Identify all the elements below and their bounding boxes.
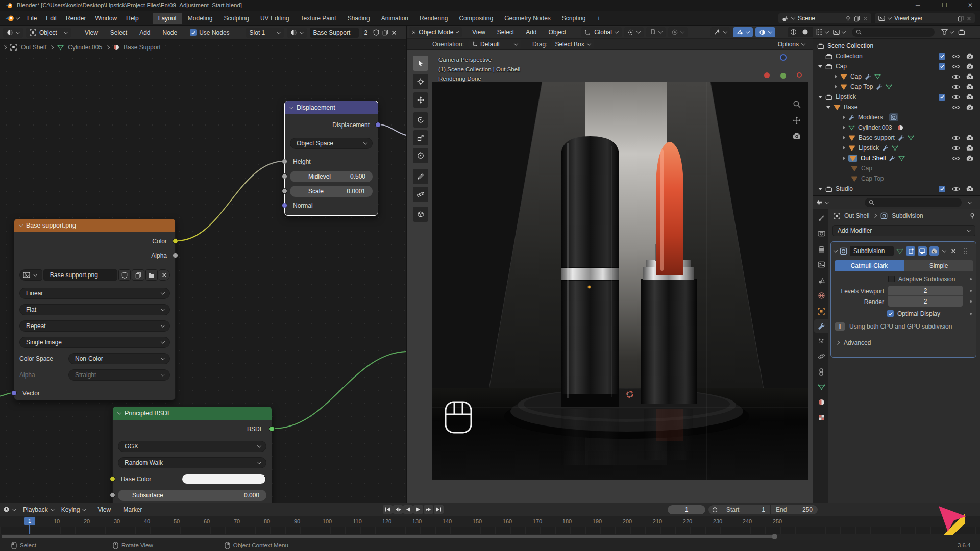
start-frame-field[interactable]: Start1 — [721, 505, 770, 514]
simple-button[interactable]: Simple — [904, 260, 973, 271]
lipstick-closed[interactable] — [561, 136, 619, 465]
camera-view[interactable] — [432, 82, 808, 480]
minimize-button[interactable]: ─ — [916, 2, 920, 8]
advanced-section-toggle[interactable]: Advanced — [836, 340, 871, 346]
exclude-checkbox[interactable] — [939, 53, 945, 60]
gizmo-x-neg-axis[interactable] — [797, 72, 802, 78]
expand-icon[interactable] — [843, 146, 845, 150]
options-dropdown[interactable]: Options — [778, 41, 805, 47]
subdivision-modifier-panel[interactable]: Subdivision Catmull-Clark Simple Adaptiv… — [830, 241, 976, 358]
render-camera-icon[interactable] — [966, 73, 973, 80]
levels-animate-dot[interactable] — [970, 290, 972, 292]
viewport-3d[interactable]: Object Mode View Select Add Object Globa… — [406, 26, 813, 503]
tool-cursor[interactable] — [413, 74, 428, 89]
outliner-row-cap-top-object[interactable]: Cap Top — [813, 82, 980, 92]
workspace-tab-shading[interactable]: Shading — [342, 13, 376, 24]
tab-object-data[interactable] — [814, 380, 828, 393]
unlink-image-button[interactable] — [159, 269, 170, 281]
playback-menu[interactable]: Playback — [23, 507, 54, 513]
editor-type-chevron-icon[interactable] — [825, 199, 829, 204]
outliner-row-out-shell[interactable]: Out Shell — [813, 153, 980, 163]
socket-normal-in[interactable] — [282, 203, 287, 208]
menu-help[interactable]: Help — [121, 15, 143, 21]
workspace-tab-texture-paint[interactable]: Texture Paint — [295, 13, 342, 24]
render-camera-icon[interactable] — [966, 53, 973, 59]
blender-menu-icon[interactable] — [5, 15, 14, 22]
image-browse-dropdown[interactable] — [19, 269, 42, 281]
viewport-menu-view[interactable]: View — [468, 29, 490, 35]
collapse-chevron-icon[interactable] — [289, 105, 293, 109]
hide-eye-icon[interactable] — [952, 84, 960, 90]
catmull-clark-button[interactable]: Catmull-Clark — [835, 260, 904, 271]
properties-editor-icon[interactable] — [816, 199, 823, 206]
breadcrumb-modifier[interactable]: Subdivision — [892, 213, 923, 219]
expand-icon[interactable] — [843, 126, 845, 130]
gizmo-y-axis[interactable] — [780, 73, 786, 79]
scale-slider[interactable]: Scale0.0001 — [290, 186, 373, 197]
shading-solid-button[interactable] — [800, 28, 811, 37]
menu-render[interactable]: Render — [61, 15, 90, 21]
filter-funnel-icon[interactable] — [941, 29, 948, 35]
display-mode-chevron-icon[interactable] — [842, 29, 846, 33]
render-camera-icon[interactable] — [966, 84, 973, 90]
overlays-toggle[interactable] — [733, 27, 753, 37]
tab-particles[interactable] — [814, 335, 828, 348]
outliner-row-cap-top-linked[interactable]: Cap Top — [813, 173, 980, 184]
exclude-checkbox[interactable] — [939, 63, 945, 70]
expand-icon[interactable] — [843, 136, 845, 140]
add-modifier-dropdown[interactable]: Add Modifier — [832, 225, 975, 236]
gizmo-z-axis[interactable] — [780, 54, 787, 61]
outliner-row-lipstick-collection[interactable]: Lipstick — [813, 92, 980, 102]
hide-eye-icon[interactable] — [952, 135, 960, 141]
render-levels-field[interactable]: 2 — [888, 296, 963, 307]
timeline-scrollbar[interactable] — [2, 535, 775, 538]
nav-gizmo[interactable] — [761, 52, 805, 83]
pan-icon[interactable] — [793, 116, 801, 126]
outliner-row-base-object[interactable]: Base — [813, 102, 980, 112]
socket-base-color-in[interactable] — [110, 476, 115, 482]
tab-object[interactable] — [814, 305, 828, 318]
render-camera-icon[interactable] — [966, 63, 973, 69]
drag-handle-icon[interactable] — [963, 248, 968, 254]
drag-mode-dropdown[interactable]: Select Box — [551, 40, 594, 48]
hide-eye-icon[interactable] — [952, 64, 960, 69]
unlink-scene-icon[interactable] — [863, 16, 868, 21]
show-gizmos-dropdown[interactable] — [710, 27, 730, 37]
pivot-point-dropdown[interactable] — [624, 27, 644, 37]
playhead-line[interactable] — [29, 525, 30, 534]
collapse-chevron-icon[interactable] — [117, 410, 121, 414]
workspace-tab-animation[interactable]: Animation — [376, 13, 414, 24]
workspace-tab-modeling[interactable]: Modeling — [182, 13, 218, 24]
filter-chevron-icon[interactable] — [950, 29, 954, 33]
source-dropdown[interactable]: Single Image — [19, 337, 170, 348]
midlevel-slider[interactable]: Midlevel0.500 — [290, 171, 373, 182]
expand-icon[interactable] — [818, 188, 822, 190]
render-camera-icon[interactable] — [966, 94, 973, 100]
base-color-swatch[interactable] — [182, 474, 266, 484]
render-camera-icon[interactable] — [966, 145, 973, 151]
levels-viewport-field[interactable]: 2 — [888, 286, 963, 296]
socket-midlevel-in[interactable] — [282, 173, 287, 179]
editor-type-chevron-icon[interactable] — [12, 507, 16, 511]
menu-window[interactable]: Window — [90, 15, 121, 21]
breadcrumb-object[interactable]: Out Shell — [844, 213, 869, 219]
viewlayer-name[interactable]: ViewLayer — [894, 15, 954, 21]
copy-image-button[interactable] — [132, 269, 144, 281]
optimal-animate-dot[interactable] — [970, 313, 972, 315]
tool-rotate[interactable] — [413, 112, 428, 128]
expand-icon[interactable] — [835, 85, 837, 89]
displacement-space-dropdown[interactable]: Object Space — [290, 138, 373, 149]
display-mode-icon[interactable] — [833, 29, 840, 35]
drag-orientation-dropdown[interactable]: Default — [468, 40, 521, 48]
render-animate-dot[interactable] — [970, 300, 972, 303]
new-collection-icon[interactable] — [958, 29, 965, 35]
timeline-ruler[interactable]: 10 20 30 40 50 60 70 80 90 100 110 120 1… — [0, 516, 980, 527]
subsurface-method-dropdown[interactable]: Random Walk — [118, 457, 266, 468]
tab-texture[interactable] — [814, 411, 828, 424]
tab-view-layer[interactable] — [814, 258, 828, 271]
menu-edit[interactable]: Edit — [41, 15, 61, 21]
edit-mode-display-icon[interactable] — [896, 248, 903, 255]
proportional-edit-toggle[interactable] — [668, 27, 688, 37]
tab-world[interactable] — [814, 289, 828, 302]
scene-name[interactable]: Scene — [798, 15, 842, 21]
